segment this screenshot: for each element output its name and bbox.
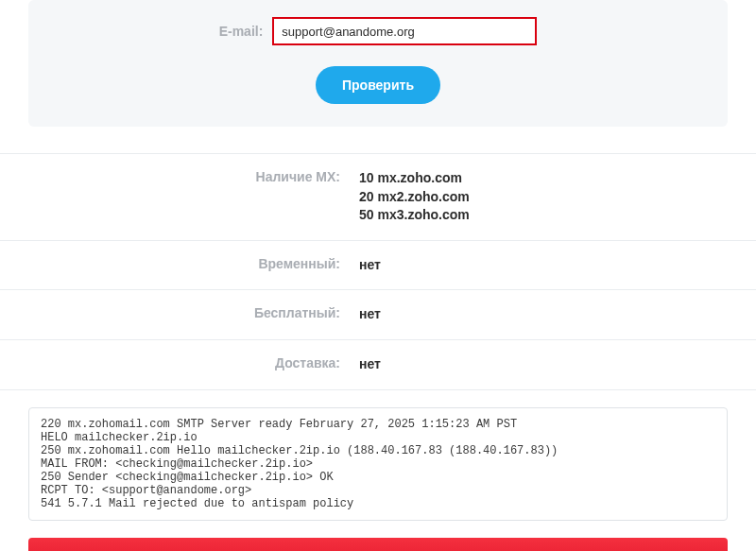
smtp-log: 220 mx.zohomail.com SMTP Server ready Fe… [28, 407, 728, 521]
results-panel: Наличие MX: 10 mx.zoho.com 20 mx2.zoho.c… [0, 153, 756, 390]
result-row-temporary: Временный: нет [0, 241, 756, 291]
temporary-value: нет [359, 256, 756, 275]
mx-entry: 10 mx.zoho.com [359, 169, 756, 188]
mx-value: 10 mx.zoho.com 20 mx2.zoho.com 50 mx3.zo… [359, 169, 756, 225]
mx-entry: 20 mx2.zoho.com [359, 188, 756, 207]
result-row-mx: Наличие MX: 10 mx.zoho.com 20 mx2.zoho.c… [0, 153, 756, 241]
mx-entry: 50 mx3.zoho.com [359, 206, 756, 225]
free-value: нет [359, 305, 756, 324]
email-field[interactable] [272, 17, 537, 45]
result-row-delivery: Доставка: нет [0, 340, 756, 390]
delivery-value: нет [359, 355, 756, 374]
form-panel: E-mail: Проверить [28, 0, 728, 127]
check-button[interactable]: Проверить [316, 66, 440, 104]
temporary-label: Временный: [0, 256, 359, 275]
email-input-row: E-mail: [57, 17, 699, 45]
delivery-label: Доставка: [0, 355, 359, 374]
email-label: E-mail: [219, 24, 264, 39]
result-row-free: Бесплатный: нет [0, 290, 756, 340]
mx-label: Наличие MX: [0, 169, 359, 225]
free-label: Бесплатный: [0, 305, 359, 324]
result-banner: e-mail не существует [28, 538, 728, 551]
